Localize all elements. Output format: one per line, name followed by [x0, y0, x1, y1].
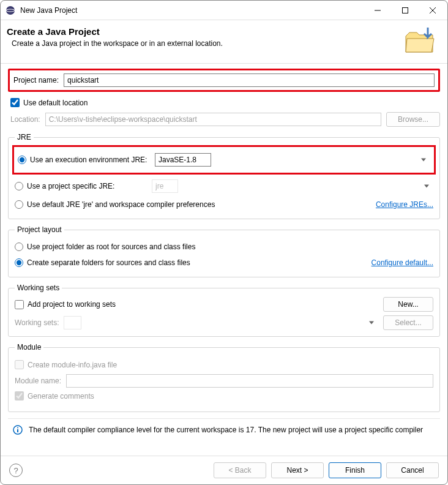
- page-subtitle: Create a Java project in the workspace o…: [12, 39, 223, 48]
- project-jre-radio[interactable]: [15, 182, 23, 190]
- generate-comments-label: Generate comments: [28, 392, 94, 400]
- configure-jres-link[interactable]: Configure JREs...: [376, 200, 433, 209]
- svg-rect-8: [17, 429, 18, 432]
- location-label: Location:: [10, 115, 40, 124]
- configure-default-link[interactable]: Configure default...: [371, 258, 433, 267]
- jre-highlight: Use an execution environment JRE: JavaSE…: [12, 145, 436, 175]
- add-working-set-label: Add project to working sets: [28, 300, 116, 309]
- close-button[interactable]: [419, 1, 446, 20]
- dialog-footer: ? < Back Next > Finish Cancel: [1, 456, 447, 484]
- select-working-set-button: Select...: [383, 315, 433, 330]
- layout-legend: Project layout: [15, 225, 64, 234]
- project-jre-label: Use a project specific JRE:: [27, 182, 114, 190]
- window-title: New Java Project: [20, 6, 364, 15]
- working-sets-select: [64, 316, 81, 329]
- info-icon: [13, 425, 23, 435]
- eclipse-icon: [6, 6, 15, 15]
- dialog-header: Create a Java Project Create a Java proj…: [1, 20, 447, 64]
- exec-env-select[interactable]: JavaSE-1.8: [155, 153, 211, 167]
- create-module-info-checkbox: [15, 360, 24, 369]
- default-location-checkbox[interactable]: [10, 98, 20, 107]
- working-sets-legend: Working sets: [15, 284, 62, 292]
- svg-point-7: [17, 427, 18, 429]
- layout-fieldset: Project layout Use project folder as roo…: [8, 225, 440, 277]
- project-jre-select: jre: [152, 179, 178, 193]
- svg-rect-3: [402, 7, 408, 13]
- back-button: < Back: [214, 462, 266, 478]
- default-jre-radio[interactable]: [15, 200, 23, 209]
- cancel-button[interactable]: Cancel: [386, 462, 439, 478]
- module-name-input: [66, 374, 433, 388]
- info-message: The default compiler compliance level fo…: [29, 426, 423, 434]
- project-name-input[interactable]: [64, 73, 435, 87]
- default-location-label: Use default location: [23, 99, 88, 107]
- new-working-set-button[interactable]: New...: [383, 297, 433, 312]
- page-title: Create a Java Project: [7, 26, 223, 37]
- working-sets-label: Working sets:: [15, 318, 59, 327]
- location-input: [45, 113, 381, 126]
- jre-legend: JRE: [15, 133, 34, 141]
- working-sets-fieldset: Working sets Add project to working sets…: [8, 284, 440, 337]
- module-legend: Module: [15, 343, 43, 352]
- dialog-content: Project name: Use default location Locat…: [1, 64, 447, 456]
- browse-button: Browse...: [386, 112, 440, 127]
- exec-env-radio[interactable]: [18, 156, 26, 164]
- maximize-button[interactable]: [391, 1, 419, 20]
- titlebar: New Java Project: [1, 1, 447, 20]
- project-name-highlight: Project name:: [8, 69, 440, 92]
- folder-wizard-icon: [403, 26, 438, 55]
- minimize-button[interactable]: [364, 1, 391, 20]
- layout-separate-label: Create separate folders for sources and …: [27, 258, 190, 267]
- layout-root-label: Use project folder as root for sources a…: [27, 242, 195, 251]
- svg-point-0: [6, 6, 15, 15]
- exec-env-label: Use an execution environment JRE:: [30, 156, 147, 164]
- layout-separate-radio[interactable]: [15, 258, 23, 267]
- next-button[interactable]: Next >: [271, 462, 324, 478]
- finish-button[interactable]: Finish: [329, 462, 381, 478]
- module-fieldset: Module Create module-info.java file Modu…: [8, 343, 440, 412]
- help-button[interactable]: ?: [9, 464, 23, 477]
- layout-root-radio[interactable]: [15, 242, 23, 251]
- add-working-set-checkbox[interactable]: [15, 300, 24, 309]
- project-name-label: Project name:: [13, 76, 59, 85]
- generate-comments-checkbox: [15, 391, 24, 400]
- module-name-label: Module name:: [15, 377, 61, 385]
- jre-fieldset: JRE Use an execution environment JRE: Ja…: [8, 133, 440, 219]
- info-row: The default compiler compliance level fo…: [8, 418, 440, 441]
- create-module-info-label: Create module-info.java file: [28, 361, 117, 369]
- default-jre-label: Use default JRE 'jre' and workspace comp…: [27, 200, 215, 209]
